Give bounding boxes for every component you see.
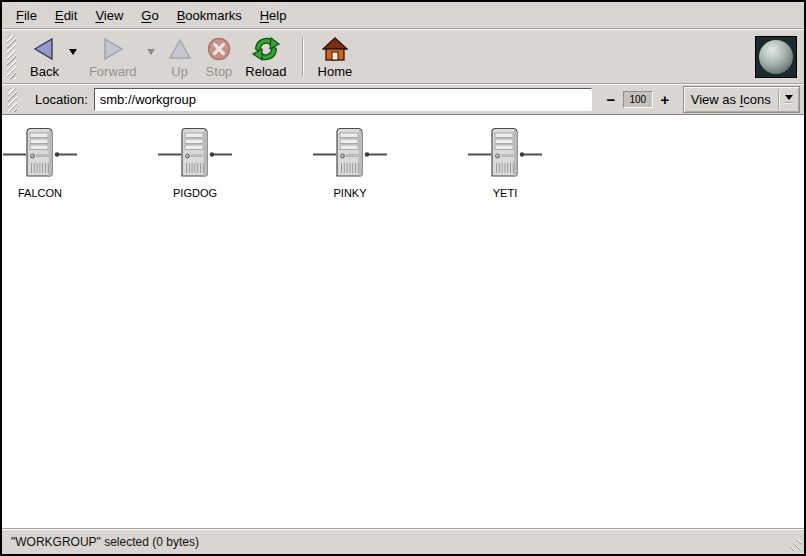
up-icon [167,35,193,63]
server-label: YETI [493,187,517,200]
server-icon [2,126,78,184]
toolbar: Back Forward Up Stop [2,29,804,84]
menu-view[interactable]: View [86,4,132,27]
stop-button: Stop [200,32,239,82]
menu-file[interactable]: File [7,4,46,27]
location-input[interactable] [94,88,592,111]
stop-icon [206,35,232,63]
reload-icon [252,35,280,63]
status-text: "WORKGROUP" selected (0 bytes) [11,535,199,549]
back-button[interactable]: Back [24,32,65,82]
menu-bookmarks[interactable]: Bookmarks [168,4,251,27]
location-bar-drag-handle[interactable] [8,88,17,112]
home-button[interactable]: Home [312,32,359,82]
server-label: FALCON [18,187,62,200]
back-icon [31,35,57,63]
location-bar: Location: − 100 + View as Icons [2,84,804,115]
zoom-level-indicator: 100 [623,91,653,108]
file-manager-window: File Edit View Go Bookmarks Help Back Fo… [0,0,806,556]
server-label: PINKY [333,187,366,200]
server-icon [157,126,233,184]
server-item-pinky[interactable]: PINKY [312,126,388,200]
server-item-yeti[interactable]: YETI [467,126,543,200]
server-item-falcon[interactable]: FALCON [2,126,78,200]
forward-icon [100,35,126,63]
status-bar: "WORKGROUP" selected (0 bytes) [2,528,804,554]
throbber-icon [755,36,797,78]
up-button: Up [161,32,199,82]
back-history-dropdown-icon[interactable] [69,49,77,55]
reload-button[interactable]: Reload [239,32,292,82]
throbber-sphere [759,40,793,74]
menu-help[interactable]: Help [251,4,296,27]
menu-go[interactable]: Go [132,4,167,27]
forward-button: Forward [83,32,143,82]
server-icon [467,126,543,184]
zoom-out-button[interactable]: − [604,92,618,108]
view-as-dropdown[interactable]: View as Icons [683,86,800,113]
resize-grip[interactable] [786,536,801,551]
toolbar-separator [302,37,304,77]
server-icon [312,126,388,184]
icon-view: FALCON PIGDOG [2,115,804,528]
server-label: PIGDOG [173,187,217,200]
location-label: Location: [35,92,88,107]
server-item-pigdog[interactable]: PIGDOG [157,126,233,200]
dropdown-arrow-icon [780,95,799,104]
home-icon [322,35,348,63]
menu-edit[interactable]: Edit [46,4,86,27]
menu-bar: File Edit View Go Bookmarks Help [2,2,804,29]
zoom-in-button[interactable]: + [658,92,672,108]
toolbar-drag-handle[interactable] [7,35,16,79]
view-as-label: View as Icons [684,92,778,107]
forward-history-dropdown-icon [147,49,155,55]
